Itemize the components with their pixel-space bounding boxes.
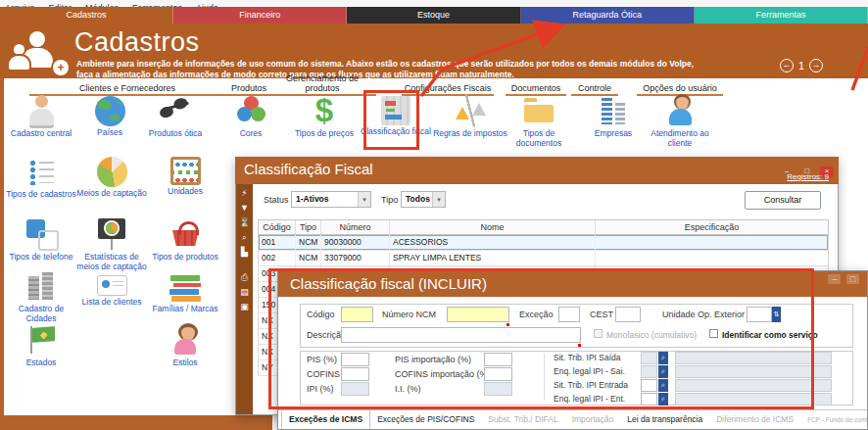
shortcut-item[interactable]: Produtos ótica bbox=[138, 94, 213, 139]
table-row[interactable]: 001 NCM 90030000 ACESSORIOS bbox=[259, 235, 828, 251]
chart-icon[interactable]: ▙ bbox=[236, 246, 253, 259]
shortcut-item[interactable]: Tipos de produtos bbox=[148, 217, 222, 263]
cest-input[interactable] bbox=[615, 307, 641, 322]
module-tab[interactable]: Cadastros bbox=[0, 7, 173, 24]
cell-nome: SPRAY LIMPA LENTES bbox=[390, 251, 596, 265]
ii-input[interactable] bbox=[484, 382, 512, 396]
identificar-servico-checkbox[interactable] bbox=[709, 329, 718, 338]
module-tab[interactable]: Estoque bbox=[347, 7, 520, 24]
dialog-tab[interactable]: Diferimento de ICMS bbox=[709, 410, 800, 429]
dialog-tab[interactable]: Importação bbox=[565, 410, 621, 429]
next-page-button[interactable]: → bbox=[809, 59, 823, 72]
shortcut-item[interactable]: Regras de impostos bbox=[433, 94, 507, 139]
unidade-op-exterior-input[interactable] bbox=[747, 307, 772, 322]
shortcut-item[interactable]: Tipos de preços bbox=[287, 94, 362, 139]
folder-icon bbox=[522, 94, 555, 127]
numero-ncm-input[interactable] bbox=[447, 307, 509, 322]
shortcut-item[interactable]: Estilos bbox=[148, 323, 222, 368]
ipi-row-label: Enq. legal IPI - Sai. bbox=[554, 366, 625, 376]
report-icon[interactable]: ▤ bbox=[236, 286, 253, 299]
shortcut-item[interactable]: Tipos de documentos bbox=[502, 94, 576, 148]
dialog-tab[interactable]: Exceções de PIS/COFINS bbox=[370, 410, 481, 429]
column-header[interactable]: Código bbox=[259, 220, 296, 234]
hourglass-icon[interactable]: ⌛ bbox=[236, 216, 253, 229]
descricao-input[interactable] bbox=[341, 327, 581, 343]
shortcut-item[interactable]: Empresas bbox=[576, 94, 651, 139]
ipi-code-input[interactable] bbox=[641, 393, 657, 406]
module-tab[interactable]: Ferramentas bbox=[695, 7, 868, 24]
shortcut-item[interactable]: Famílias / Marcas bbox=[148, 269, 222, 314]
lookup-button[interactable]: ⌕ bbox=[658, 393, 668, 406]
column-header[interactable]: Tipo bbox=[296, 220, 321, 234]
shortcut-label: Cores bbox=[214, 129, 288, 139]
pis-importacao-input[interactable] bbox=[484, 353, 512, 366]
shortcut-item[interactable]: Unidades bbox=[148, 155, 222, 197]
shortcut-item[interactable]: Atendimento ao cliente bbox=[643, 94, 717, 148]
shortcut-label: Atendimento ao cliente bbox=[643, 129, 717, 148]
maximize-button[interactable]: □ bbox=[846, 274, 859, 284]
prev-page-button[interactable]: ← bbox=[780, 59, 794, 72]
shortcut-item[interactable]: Países bbox=[72, 94, 147, 138]
shortcut-item[interactable]: Cadastro central bbox=[4, 94, 78, 139]
save-icon[interactable]: ▣ bbox=[236, 301, 253, 313]
lookup-button[interactable]: ⌕ bbox=[658, 352, 668, 364]
tipo-select[interactable]: Todos ▾ bbox=[401, 191, 446, 208]
plus-badge-icon: + bbox=[53, 60, 69, 75]
filter-icon[interactable]: ▼ bbox=[236, 202, 253, 215]
shortcut-label: Tipos de produtos bbox=[148, 253, 222, 263]
consultar-button[interactable]: Consultar bbox=[745, 191, 821, 210]
pis-importacao-label: PIS importação (%) bbox=[395, 355, 471, 364]
shortcut-item[interactable]: Classificação fiscal bbox=[359, 94, 433, 137]
shortcut-item[interactable]: Estados bbox=[4, 323, 78, 368]
lookup-button[interactable]: ⌕ bbox=[658, 379, 668, 392]
table-row[interactable]: 002 NCM 33079000 SPRAY LIMPA LENTES bbox=[259, 251, 828, 266]
dialog-tab[interactable]: FCP - Fundo de combate à pobreza bbox=[800, 410, 868, 429]
ipi-code-input[interactable] bbox=[641, 352, 657, 364]
stats-board-icon bbox=[95, 217, 128, 251]
shortcut-item[interactable]: Tipos de telefone bbox=[4, 217, 78, 263]
column-header[interactable]: Especificação bbox=[596, 220, 828, 234]
person-style-icon bbox=[169, 323, 202, 357]
print-icon[interactable]: ⎙ bbox=[236, 271, 253, 284]
dialog-tab[interactable]: Exceções de ICMS bbox=[281, 409, 370, 429]
monofasico-checkbox[interactable] bbox=[594, 329, 603, 338]
lookup-button[interactable]: ⌕ bbox=[658, 365, 668, 378]
minimize-button[interactable]: – bbox=[828, 274, 841, 284]
status-select[interactable]: 1-Ativos ▾ bbox=[291, 191, 371, 208]
dollar-icon bbox=[308, 94, 341, 127]
column-header[interactable]: Nome bbox=[390, 220, 596, 234]
column-header[interactable]: Número bbox=[321, 220, 390, 234]
users-icon-body-small bbox=[9, 56, 29, 70]
shortcut-item[interactable]: Estatísticas de meios de captação bbox=[74, 217, 149, 271]
codigo-input[interactable] bbox=[341, 307, 373, 322]
shortcut-item[interactable]: Cadastro de Cidades bbox=[4, 269, 78, 323]
books-icon bbox=[169, 269, 202, 303]
shortcut-item[interactable]: Lista de clientes bbox=[74, 269, 149, 308]
registros-link[interactable]: Registros: 9 bbox=[787, 172, 829, 181]
incluir-dialog-titlebar[interactable]: Classificação fiscal (INCLUIR) – □ bbox=[278, 271, 867, 297]
window-bottom-border bbox=[0, 415, 272, 430]
fiscal-window-titlebar[interactable]: Classificação Fiscal – □ × Registros: 9 bbox=[235, 157, 839, 184]
ipi-input[interactable] bbox=[341, 382, 369, 396]
ipi-code-input[interactable] bbox=[641, 365, 657, 378]
shortcut-label: Famílias / Marcas bbox=[148, 305, 222, 314]
ipi-code-input[interactable] bbox=[641, 379, 657, 392]
dialog-tab[interactable]: Lei da transparência bbox=[620, 410, 709, 429]
cell-tipo: NCM bbox=[296, 251, 321, 265]
shortcut-label: Tipos de preços bbox=[287, 129, 362, 139]
phone-types-icon bbox=[24, 217, 58, 251]
cofins-importacao-input[interactable] bbox=[484, 367, 512, 381]
shortcut-item[interactable]: Tipos de cadastros bbox=[4, 155, 78, 200]
shortcut-item[interactable]: Meios de captação bbox=[74, 155, 149, 199]
search-icon[interactable]: ⌕ bbox=[236, 231, 253, 244]
cofins-input[interactable] bbox=[341, 367, 369, 381]
incluir-dialog-title: Classificação fiscal (INCLUIR) bbox=[290, 275, 487, 292]
module-tab[interactable]: Financeiro bbox=[173, 7, 347, 24]
dialog-tab[interactable]: Subst. Trib./ DIFAL bbox=[481, 410, 564, 429]
module-tab[interactable]: Retaguarda Ótica bbox=[521, 7, 695, 24]
flash-icon[interactable]: ⚡ bbox=[236, 187, 253, 200]
spinner-button[interactable]: ⇅ bbox=[772, 307, 781, 322]
pis-input[interactable] bbox=[341, 353, 369, 366]
shortcut-item[interactable]: Cores bbox=[214, 94, 288, 139]
excecao-input[interactable] bbox=[558, 307, 580, 322]
